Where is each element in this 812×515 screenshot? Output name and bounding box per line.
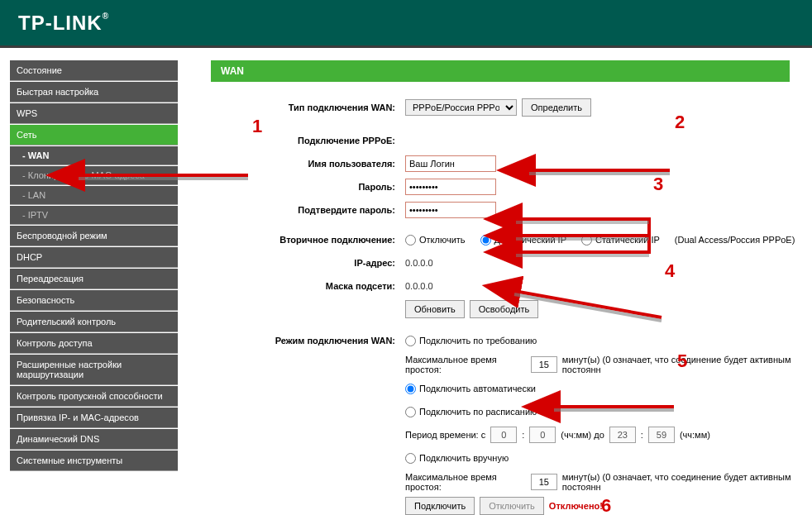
sidebar-item-wan[interactable]: - WAN <box>10 146 178 165</box>
sidebar-item-network[interactable]: Сеть <box>10 125 178 145</box>
label-pppoe-section: Подключение PPPoE: <box>211 136 405 145</box>
sidebar-item-ddns[interactable]: Динамический DNS <box>10 429 178 450</box>
to-hour-input[interactable] <box>609 427 636 443</box>
radio-schedule[interactable]: Подключить по расписанию <box>405 407 537 417</box>
mask-value: 0.0.0.0 <box>405 281 433 291</box>
connect-button[interactable]: Подключить <box>405 497 475 515</box>
label-idle2: Максимальное время простоя: <box>405 472 526 492</box>
radio-manual[interactable]: Подключить вручную <box>405 453 509 464</box>
page-title: WAN <box>211 60 790 82</box>
header: TP-LINK® <box>0 0 812 48</box>
sidebar-item-security[interactable]: Безопасность <box>10 290 178 311</box>
label-mask: Маска подсети: <box>211 281 405 291</box>
sidebar-item-bandwidth[interactable]: Контроль пропускной способности <box>10 386 178 407</box>
sidebar-item-dhcp[interactable]: DHCP <box>10 247 178 268</box>
main-content: WAN Тип подключения WAN: PPPoE/Россия PP… <box>186 50 812 515</box>
sidebar-item-parental[interactable]: Родительский контроль <box>10 312 178 332</box>
detect-button[interactable]: Определить <box>522 98 591 117</box>
sidebar-item-status[interactable]: Состояние <box>10 60 178 81</box>
release-button[interactable]: Освободить <box>470 300 538 318</box>
username-input[interactable] <box>405 155 496 172</box>
sidebar-item-routing[interactable]: Расширенные настройки маршрутизации <box>10 355 178 385</box>
sidebar-item-wps[interactable]: WPS <box>10 103 178 124</box>
radio-auto[interactable]: Подключить автоматически <box>405 384 536 394</box>
sidebar-item-iptv[interactable]: - IPTV <box>10 206 178 225</box>
ip-value: 0.0.0.0 <box>405 258 433 268</box>
sidebar-item-mac-clone[interactable]: - Клонирование MAC-адреса <box>10 166 178 185</box>
label-password: Пароль: <box>211 182 405 192</box>
label-idle-unit: минут(ы) (0 означает, что соединение буд… <box>562 355 812 374</box>
from-hour-input[interactable] <box>490 427 517 443</box>
label-ip: IP-адрес: <box>211 258 405 268</box>
label-secondary: Вторичное подключение: <box>211 235 405 245</box>
label-mode: Режим подключения WAN: <box>211 336 405 346</box>
label-idle: Максимальное время простоя: <box>405 355 526 374</box>
sidebar-item-ip-mac[interactable]: Привязка IP- и MAC-адресов <box>10 408 178 428</box>
sidebar: Состояние Быстрая настройка WPS Сеть - W… <box>0 50 186 515</box>
radio-sec-off[interactable]: Отключить <box>405 235 466 246</box>
disconnect-button[interactable]: Отключить <box>480 497 544 515</box>
brand-logo: TP-LINK® <box>18 12 109 35</box>
idle-input-2[interactable] <box>531 474 557 490</box>
label-period: Период времени: с <box>405 430 485 440</box>
refresh-button[interactable]: Обновить <box>405 300 465 318</box>
sidebar-item-lan[interactable]: - LAN <box>10 186 178 205</box>
sidebar-item-quick-setup[interactable]: Быстрая настройка <box>10 82 178 103</box>
idle-input[interactable] <box>531 356 557 373</box>
label-confirm: Подтвердите пароль: <box>211 205 405 215</box>
radio-on-demand[interactable]: Подключить по требованию <box>405 336 537 346</box>
sidebar-item-forwarding[interactable]: Переадресация <box>10 269 178 289</box>
sidebar-item-wireless[interactable]: Беспроводной режим <box>10 226 178 246</box>
sidebar-item-access-control[interactable]: Контроль доступа <box>10 333 178 354</box>
from-min-input[interactable] <box>529 427 556 443</box>
connection-status: Отключено! <box>549 501 603 511</box>
confirm-password-input[interactable] <box>405 202 496 218</box>
label-idle-unit2: минут(ы) (0 означает, что соединение буд… <box>562 472 812 492</box>
radio-sec-dynamic[interactable]: Динамический IP <box>480 235 566 246</box>
label-username: Имя пользователя: <box>211 159 405 169</box>
to-min-input[interactable] <box>648 427 675 443</box>
select-conn-type[interactable]: PPPoE/Россия PPPoE <box>405 99 517 116</box>
sidebar-item-system-tools[interactable]: Системные инструменты <box>10 451 178 471</box>
label-hhmm: (чч:мм) <box>680 430 710 440</box>
radio-sec-static[interactable]: Статический IP <box>581 235 660 246</box>
sec-note: (Dual Access/Россия PPPoE) <box>675 235 795 245</box>
label-conn-type: Тип подключения WAN: <box>211 103 405 112</box>
password-input[interactable] <box>405 179 496 195</box>
label-to: (чч:мм) до <box>561 430 604 440</box>
